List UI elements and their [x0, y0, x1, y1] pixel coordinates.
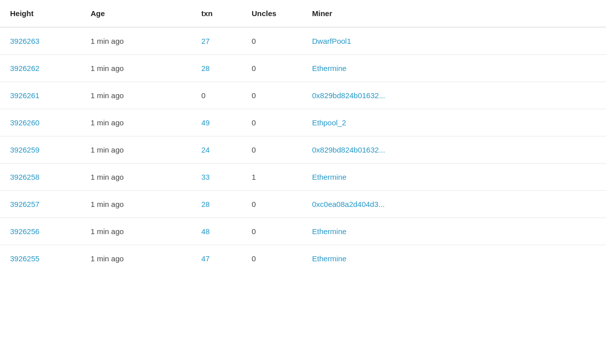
miner-link[interactable]: Ethpool_2	[312, 118, 346, 127]
txn-count-link[interactable]: 48	[201, 227, 210, 236]
miner-link[interactable]: Ethermine	[312, 227, 346, 236]
block-height-link[interactable]: 3926256	[10, 227, 39, 236]
cell-uncles: 0	[242, 218, 302, 245]
cell-age: 1 min ago	[81, 245, 191, 272]
blocks-table: Height Age txn Uncles Miner 39262631 min…	[0, 0, 606, 272]
cell-age: 1 min ago	[81, 82, 191, 109]
cell-uncles: 0	[242, 55, 302, 82]
txn-count-link[interactable]: 33	[201, 173, 210, 181]
txn-count-link[interactable]: 49	[201, 118, 210, 127]
block-height-link[interactable]: 3926259	[10, 145, 39, 154]
block-height-link[interactable]: 3926262	[10, 64, 39, 72]
cell-uncles: 1	[242, 164, 302, 191]
cell-miner: 0xc0ea08a2d404d3...	[302, 191, 606, 218]
cell-age: 1 min ago	[81, 164, 191, 191]
cell-age: 1 min ago	[81, 191, 191, 218]
miner-link[interactable]: Ethermine	[312, 173, 346, 181]
cell-height: 3926261	[0, 82, 81, 109]
cell-txn: 27	[191, 27, 242, 55]
column-header-txn: txn	[191, 0, 242, 27]
miner-link[interactable]: 0x829bd824b01632...	[312, 145, 385, 154]
cell-height: 3926258	[0, 164, 81, 191]
miner-link[interactable]: 0xc0ea08a2d404d3...	[312, 200, 385, 208]
block-height-link[interactable]: 3926258	[10, 173, 39, 181]
block-height-link[interactable]: 3926263	[10, 37, 39, 45]
cell-uncles: 0	[242, 82, 302, 109]
cell-txn: 47	[191, 245, 242, 272]
cell-age: 1 min ago	[81, 27, 191, 55]
cell-age: 1 min ago	[81, 136, 191, 164]
table-row: 39262621 min ago280Ethermine	[0, 55, 606, 82]
cell-height: 3926263	[0, 27, 81, 55]
cell-height: 3926255	[0, 245, 81, 272]
txn-count-link[interactable]: 24	[201, 145, 210, 154]
cell-age: 1 min ago	[81, 218, 191, 245]
cell-miner: 0x829bd824b01632...	[302, 82, 606, 109]
table-row: 39262611 min ago000x829bd824b01632...	[0, 82, 606, 109]
table-row: 39262601 min ago490Ethpool_2	[0, 109, 606, 136]
cell-age: 1 min ago	[81, 55, 191, 82]
cell-miner: 0x829bd824b01632...	[302, 136, 606, 164]
table-row: 39262551 min ago470Ethermine	[0, 245, 606, 272]
cell-miner: Ethermine	[302, 55, 606, 82]
miner-link[interactable]: Ethermine	[312, 64, 346, 72]
cell-miner: Ethermine	[302, 245, 606, 272]
miner-link[interactable]: 0x829bd824b01632...	[312, 91, 385, 100]
cell-age: 1 min ago	[81, 109, 191, 136]
table-header-row: Height Age txn Uncles Miner	[0, 0, 606, 27]
column-header-age: Age	[81, 0, 191, 27]
table-row: 39262571 min ago2800xc0ea08a2d404d3...	[0, 191, 606, 218]
txn-count-link[interactable]: 28	[201, 200, 210, 208]
cell-height: 3926256	[0, 218, 81, 245]
table-row: 39262581 min ago331Ethermine	[0, 164, 606, 191]
cell-uncles: 0	[242, 191, 302, 218]
cell-txn: 48	[191, 218, 242, 245]
cell-uncles: 0	[242, 109, 302, 136]
column-header-miner: Miner	[302, 0, 606, 27]
block-height-link[interactable]: 3926261	[10, 91, 39, 100]
cell-uncles: 0	[242, 27, 302, 55]
cell-height: 3926257	[0, 191, 81, 218]
cell-txn: 0	[191, 82, 242, 109]
miner-link[interactable]: DwarfPool1	[312, 37, 351, 45]
txn-count-link[interactable]: 28	[201, 64, 210, 72]
cell-miner: Ethpool_2	[302, 109, 606, 136]
cell-txn: 33	[191, 164, 242, 191]
cell-miner: DwarfPool1	[302, 27, 606, 55]
table-row: 39262561 min ago480Ethermine	[0, 218, 606, 245]
cell-uncles: 0	[242, 245, 302, 272]
cell-miner: Ethermine	[302, 164, 606, 191]
txn-count-link[interactable]: 47	[201, 254, 210, 263]
table-row: 39262631 min ago270DwarfPool1	[0, 27, 606, 55]
column-header-uncles: Uncles	[242, 0, 302, 27]
column-header-height: Height	[0, 0, 81, 27]
table-row: 39262591 min ago2400x829bd824b01632...	[0, 136, 606, 164]
cell-txn: 28	[191, 55, 242, 82]
miner-link[interactable]: Ethermine	[312, 254, 346, 263]
blocks-table-container: Height Age txn Uncles Miner 39262631 min…	[0, 0, 606, 364]
block-height-link[interactable]: 3926260	[10, 118, 39, 127]
cell-txn: 24	[191, 136, 242, 164]
cell-height: 3926259	[0, 136, 81, 164]
cell-miner: Ethermine	[302, 218, 606, 245]
cell-height: 3926262	[0, 55, 81, 82]
block-height-link[interactable]: 3926255	[10, 254, 39, 263]
cell-txn: 28	[191, 191, 242, 218]
txn-count-link[interactable]: 27	[201, 37, 210, 45]
cell-txn: 49	[191, 109, 242, 136]
cell-uncles: 0	[242, 136, 302, 164]
cell-height: 3926260	[0, 109, 81, 136]
block-height-link[interactable]: 3926257	[10, 200, 39, 208]
